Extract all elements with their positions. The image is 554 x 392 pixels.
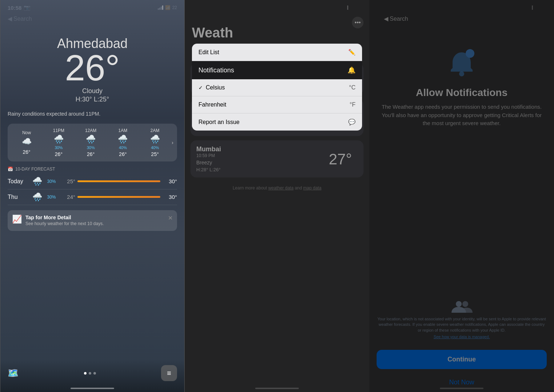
tip-banner: 📈 Tap for More Detail See hourly weather… [8, 210, 177, 231]
weather-condition: Cloudy [8, 87, 177, 95]
notification-icon-area [445, 47, 478, 80]
edit-list-label: Edit List [198, 49, 219, 56]
hilo-p1: H:30° L:25° [8, 96, 177, 103]
bell-icon: 🔔 [348, 66, 356, 74]
more-arrow: › [172, 140, 173, 145]
report-issue-label: Report an Issue [198, 119, 240, 125]
panel-weather-detail: 10:58 📷 📶 22 ◀ Search Ahmedabad 26° Clou… [0, 0, 185, 392]
current-temp: 26° [8, 49, 177, 86]
p3-main-content: ◀ Search Allow Notifications The Weather… [369, 12, 554, 392]
dropdown-edit-list[interactable]: Edit List ✏️ [192, 44, 362, 61]
people-svg-icon [451, 299, 473, 313]
calendar-icon: 📅 [8, 167, 13, 172]
card-temp-mumbai: 27° [329, 151, 352, 168]
home-indicator-p2 [255, 388, 299, 389]
fahrenheit-unit: °F [350, 101, 356, 108]
privacy-text: Your location, which is not associated w… [377, 316, 547, 333]
rain-alert: Rainy conditions expected around 11PM. [8, 111, 177, 118]
panel-weather-list: 10:59 📷 📶 21 ◀ Search Weath 🔍 Search fo [185, 0, 369, 392]
dot-2 [89, 372, 91, 375]
tip-title: Tap for More Detail [25, 215, 164, 220]
list-button[interactable]: ≡ [161, 365, 177, 381]
p2-footer: Learn more about weather data and map da… [185, 182, 369, 194]
map-data-link[interactable]: map data [303, 185, 321, 191]
home-indicator-p1 [71, 388, 114, 389]
not-now-button[interactable]: Not Now [445, 375, 478, 390]
report-icon: 💬 [348, 119, 356, 125]
fahrenheit-label: Fahrenheit [198, 101, 226, 108]
hour-item-1am: 1AM 🌧️ 40% 26° [108, 128, 138, 157]
hour-item-now: Now ☁️ 26° [11, 130, 42, 155]
p1-bottom-bar: 🗺️ ≡ [0, 359, 184, 392]
hourly-row: Now ☁️ 26° 11PM 🌧️ 30% 26° 12AM 🌧️ 30% 2… [11, 128, 173, 157]
svg-point-0 [459, 71, 464, 76]
back-arrow-p3: ◀ [384, 15, 388, 22]
p1-main-content: Ahmedabad 26° Cloudy H:30° L:25° Rainy c… [0, 36, 184, 231]
page-dots [84, 372, 96, 375]
privacy-link[interactable]: See how your data is managed. [434, 335, 490, 339]
dot-3 [93, 372, 96, 375]
dropdown-report-issue[interactable]: Report an Issue 💬 [192, 113, 362, 131]
tip-sub: See hourly weather for the next 10 days. [25, 221, 164, 227]
dropdown-celsius[interactable]: ✓ Celsius °C [192, 79, 362, 96]
chart-icon: 📈 [12, 215, 22, 224]
dot-1 [84, 372, 87, 375]
tip-close-button[interactable]: ✕ [168, 215, 173, 221]
notifications-label: Notifications [198, 67, 234, 74]
forecast-row-today: Today 🌧️ 30% 25° 30° [8, 174, 177, 189]
checkmark-icon: ✓ [198, 85, 203, 91]
card-mumbai[interactable]: Mumbai 10:59 PM 27° Breezy H:28° L:26° [190, 140, 364, 177]
p2-title: Weath [185, 25, 369, 44]
svg-point-2 [456, 301, 462, 307]
forecast-label: 📅 10-DAY FORECAST [8, 167, 177, 172]
hour-item-2am: 2AM 🌧️ 40% 25° [140, 128, 170, 157]
search-bar-p3[interactable]: ◀ Search [377, 12, 547, 25]
continue-button[interactable]: Continue [377, 350, 547, 369]
notifications-title: Allow Notifications [416, 87, 507, 99]
dropdown-menu: Edit List ✏️ Notifications 🔔 ✓ Celsius °… [192, 44, 362, 131]
dropdown-notifications[interactable]: Notifications 🔔 [192, 61, 362, 79]
celsius-label: Celsius [206, 84, 225, 91]
edit-icon: ✏️ [348, 49, 356, 56]
svg-point-3 [462, 301, 468, 307]
panel-notifications-permission: 10:59 📷 📶 21 ◀ Search [369, 0, 554, 392]
temp-bar-thu [77, 196, 160, 198]
privacy-icon-area [451, 299, 473, 313]
hour-item-11pm: 11PM 🌧️ 30% 26° [43, 128, 74, 157]
weather-data-link[interactable]: weather data [268, 185, 293, 191]
celsius-unit: °C [349, 84, 356, 91]
bell-svg-icon [445, 47, 478, 80]
dropdown-fahrenheit[interactable]: Fahrenheit °F [192, 96, 362, 113]
hour-item-12am: 12AM 🌧️ 30% 26° [76, 128, 106, 157]
forecast-row-thu: Thu 🌧️ 30% 24° 30° [8, 189, 177, 205]
hourly-forecast: Now ☁️ 26° 11PM 🌧️ 30% 26° 12AM 🌧️ 30% 2… [8, 124, 177, 161]
notifications-description: The Weather app needs your permission to… [377, 103, 547, 128]
temp-bar-today [77, 180, 160, 182]
map-icon[interactable]: 🗺️ [8, 368, 19, 378]
svg-point-1 [466, 49, 474, 58]
search-label-p3: Search [390, 16, 408, 22]
